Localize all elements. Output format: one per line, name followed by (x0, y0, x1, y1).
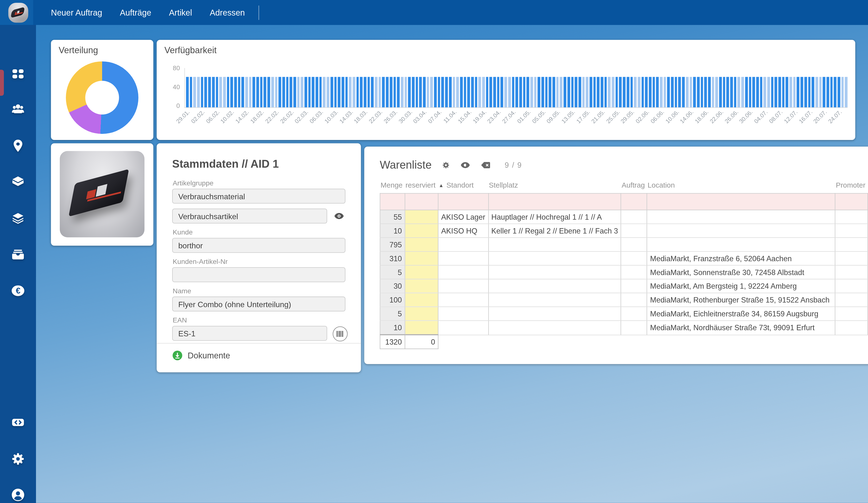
table-cell (405, 307, 438, 321)
column-header[interactable]: Stellplatz (488, 181, 621, 193)
x-tick-label: 06.02. (205, 108, 220, 124)
availability-bar (527, 77, 529, 107)
nav-item[interactable]: Adressen (210, 8, 245, 17)
nav-item[interactable]: Artikel (169, 8, 192, 17)
availability-bar (279, 77, 281, 107)
availability-bar (219, 77, 222, 107)
tray-icon[interactable] (10, 248, 25, 262)
table-row[interactable]: 55AKISO LagerHauptlager // Hochregal 1 /… (380, 210, 868, 224)
availability-bar (316, 77, 318, 107)
table-cell (438, 307, 488, 321)
x-tick-label: 16.07. (797, 108, 813, 124)
table-cell: Keller 1 // Regal 2 // Ebene 1 // Fach 3 (488, 224, 621, 238)
filter-cell[interactable] (835, 193, 868, 210)
filter-cell[interactable] (380, 193, 405, 210)
kunde-input[interactable] (172, 238, 345, 253)
availability-bar (627, 77, 629, 107)
availability-bar (549, 77, 551, 107)
table-cell (488, 321, 621, 335)
code-icon[interactable] (10, 415, 25, 430)
availability-bar (738, 77, 740, 107)
table-cell (488, 251, 621, 265)
name-input[interactable] (172, 296, 345, 311)
table-cell: 10 (380, 224, 405, 238)
account-icon[interactable] (10, 488, 25, 502)
product-photo[interactable] (60, 151, 144, 238)
x-tick-label: 02.06. (634, 108, 650, 124)
x-tick-label: 02.03. (293, 108, 309, 124)
availability-bar (382, 77, 385, 107)
availability-bar (656, 77, 659, 107)
grid-icon[interactable] (10, 66, 25, 81)
table-row[interactable]: 310MediaMarkt, Franzstraße 6, 52064 Aach… (380, 251, 868, 265)
filter-cell[interactable] (488, 193, 621, 210)
product-thumbnail-button[interactable] (8, 2, 28, 22)
table-row[interactable]: 10MediaMarkt, Nordhäuser Straße 73t, 990… (380, 321, 868, 335)
nav-item[interactable]: Neuer Auftrag (51, 8, 102, 17)
artikeltyp-input[interactable] (172, 209, 327, 223)
availability-bar (734, 77, 736, 107)
availability-bar (216, 77, 218, 107)
box-icon[interactable] (10, 174, 25, 189)
table-cell: Hauptlager // Hochregal 1 // 1 // A (488, 210, 621, 224)
filter-cell[interactable] (438, 193, 488, 210)
nav-item[interactable]: Aufträge (120, 8, 151, 17)
column-header[interactable]: Location (647, 181, 835, 193)
table-view-button[interactable] (460, 161, 470, 169)
availability-bar (238, 77, 240, 107)
map-pin-icon[interactable] (10, 138, 25, 153)
ean-input[interactable] (172, 326, 327, 341)
table-cell: MediaMarkt, Franzstraße 6, 52064 Aachen (647, 251, 835, 265)
column-header[interactable]: Auftrag (621, 181, 647, 193)
filter-cell[interactable] (647, 193, 835, 210)
table-cell (488, 265, 621, 279)
column-header[interactable]: Menge (380, 181, 405, 193)
barcode-icon (337, 331, 344, 337)
table-row[interactable]: 100MediaMarkt, Rothenburger Straße 15, 9… (380, 293, 868, 307)
x-tick-label: 25.05. (604, 108, 620, 124)
availability-bar (545, 77, 548, 107)
filter-cell[interactable] (621, 193, 647, 210)
x-tick-label: 17.05. (575, 108, 591, 124)
column-header[interactable]: Promoter (835, 181, 868, 193)
x-tick-label: 23.04. (486, 108, 502, 124)
dokumente-link[interactable]: Dokumente (172, 350, 230, 360)
availability-bar (397, 77, 400, 107)
table-row[interactable]: 30MediaMarkt, Am Bergsteig 1, 92224 Ambe… (380, 279, 868, 293)
x-tick-label: 06.03. (308, 108, 324, 124)
euro-icon[interactable]: € (10, 283, 25, 298)
barcode-button[interactable] (333, 326, 348, 341)
x-tick-label: 21.05. (590, 108, 606, 124)
availability-bar (401, 77, 403, 107)
table-cell (621, 279, 647, 293)
eye-icon[interactable] (334, 211, 344, 221)
artikelgruppe-input[interactable] (172, 189, 345, 203)
availability-bar (741, 77, 744, 107)
availability-bar (775, 77, 777, 107)
table-cell (405, 279, 438, 293)
availability-bar (349, 77, 352, 107)
table-row[interactable]: 5MediaMarkt, Eichleitnerstraße 34, 86159… (380, 307, 868, 321)
table-cell: MediaMarkt, Sonnenstraße 30, 72458 Albst… (647, 265, 835, 279)
column-header[interactable]: ▲Standort (438, 181, 488, 193)
table-row[interactable]: 795b (380, 238, 868, 251)
table-row[interactable]: 10AKISO HQKeller 1 // Regal 2 // Ebene 1… (380, 224, 868, 238)
availability-bar (430, 77, 433, 107)
availability-bar (467, 77, 470, 107)
x-tick-label: 14.06. (679, 108, 695, 124)
table-settings-button[interactable] (442, 161, 450, 169)
x-tick-label: 22.02. (264, 108, 280, 124)
clear-filter-button[interactable] (480, 161, 490, 169)
x-tick-label: 02.02. (190, 108, 206, 124)
users-icon[interactable] (10, 102, 25, 117)
filter-cell[interactable] (405, 193, 438, 210)
availability-bar (293, 77, 296, 107)
availability-bar (652, 77, 655, 107)
kunde-label: Kunde (173, 228, 345, 236)
column-header[interactable]: reserviert (405, 181, 438, 193)
availability-bar (693, 77, 696, 107)
kunden-artikel-nr-input[interactable] (172, 267, 345, 282)
layers-icon[interactable] (10, 211, 25, 226)
table-row[interactable]: 5MediaMarkt, Sonnenstraße 30, 72458 Albs… (380, 265, 868, 279)
gear-icon[interactable] (10, 451, 25, 466)
